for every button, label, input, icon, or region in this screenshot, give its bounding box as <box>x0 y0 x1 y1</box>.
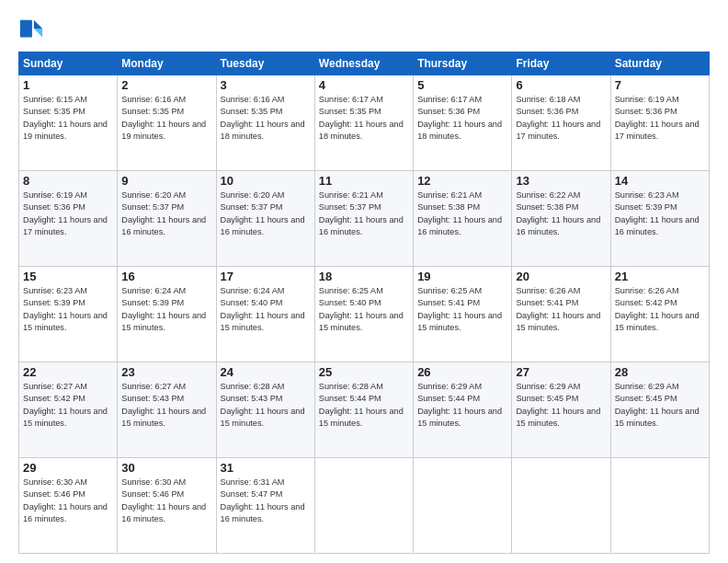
calendar-cell: 30Sunrise: 6:30 AMSunset: 5:46 PMDayligh… <box>118 458 216 554</box>
weekday-header: Monday <box>118 52 216 75</box>
calendar-cell: 1Sunrise: 6:15 AMSunset: 5:35 PMDaylight… <box>19 75 118 171</box>
logo <box>18 17 46 42</box>
calendar-header-row: SundayMondayTuesdayWednesdayThursdayFrid… <box>19 52 710 75</box>
calendar-cell: 28Sunrise: 6:29 AMSunset: 5:45 PMDayligh… <box>610 362 709 458</box>
calendar-cell: 19Sunrise: 6:25 AMSunset: 5:41 PMDayligh… <box>414 267 512 362</box>
day-number: 31 <box>221 461 311 475</box>
day-number: 3 <box>221 78 311 92</box>
day-number: 19 <box>417 270 507 283</box>
calendar-cell: 27Sunrise: 6:29 AMSunset: 5:45 PMDayligh… <box>512 362 610 458</box>
day-info: Sunrise: 6:21 AMSunset: 5:38 PMDaylight:… <box>417 190 507 238</box>
day-info: Sunrise: 6:20 AMSunset: 5:37 PMDaylight:… <box>221 190 311 238</box>
svg-marker-0 <box>34 20 42 29</box>
day-number: 14 <box>615 174 705 188</box>
day-number: 9 <box>121 174 211 188</box>
calendar-week-row: 1Sunrise: 6:15 AMSunset: 5:35 PMDaylight… <box>19 75 710 171</box>
day-number: 17 <box>221 270 311 283</box>
day-info: Sunrise: 6:26 AMSunset: 5:42 PMDaylight:… <box>615 285 705 334</box>
day-number: 11 <box>319 174 409 188</box>
calendar-cell: 11Sunrise: 6:21 AMSunset: 5:37 PMDayligh… <box>314 171 413 267</box>
calendar-cell: 3Sunrise: 6:16 AMSunset: 5:35 PMDaylight… <box>216 75 314 171</box>
calendar-body: 1Sunrise: 6:15 AMSunset: 5:35 PMDaylight… <box>19 75 710 554</box>
calendar-cell: 10Sunrise: 6:20 AMSunset: 5:37 PMDayligh… <box>216 171 314 267</box>
calendar-cell: 26Sunrise: 6:29 AMSunset: 5:44 PMDayligh… <box>414 362 512 458</box>
day-number: 1 <box>23 78 113 92</box>
day-number: 30 <box>121 461 211 475</box>
day-number: 2 <box>121 78 211 92</box>
day-info: Sunrise: 6:29 AMSunset: 5:45 PMDaylight:… <box>516 381 606 430</box>
day-info: Sunrise: 6:27 AMSunset: 5:43 PMDaylight:… <box>121 381 211 430</box>
day-info: Sunrise: 6:15 AMSunset: 5:35 PMDaylight:… <box>23 94 113 143</box>
day-number: 27 <box>516 365 606 379</box>
day-info: Sunrise: 6:27 AMSunset: 5:42 PMDaylight:… <box>23 381 113 430</box>
day-info: Sunrise: 6:28 AMSunset: 5:44 PMDaylight:… <box>319 381 409 430</box>
calendar-cell: 2Sunrise: 6:16 AMSunset: 5:35 PMDaylight… <box>118 75 216 171</box>
calendar-cell: 14Sunrise: 6:23 AMSunset: 5:39 PMDayligh… <box>610 171 709 267</box>
day-number: 4 <box>319 78 409 92</box>
logo-icon <box>18 17 44 42</box>
page: SundayMondayTuesdayWednesdayThursdayFrid… <box>0 0 728 563</box>
day-info: Sunrise: 6:19 AMSunset: 5:36 PMDaylight:… <box>615 94 705 143</box>
day-info: Sunrise: 6:23 AMSunset: 5:39 PMDaylight:… <box>23 285 113 334</box>
calendar-cell: 8Sunrise: 6:19 AMSunset: 5:36 PMDaylight… <box>19 171 118 267</box>
day-number: 15 <box>23 270 113 283</box>
day-info: Sunrise: 6:23 AMSunset: 5:39 PMDaylight:… <box>615 190 705 238</box>
calendar-week-row: 22Sunrise: 6:27 AMSunset: 5:42 PMDayligh… <box>19 362 710 458</box>
calendar-cell: 4Sunrise: 6:17 AMSunset: 5:35 PMDaylight… <box>314 75 413 171</box>
day-number: 8 <box>23 174 113 188</box>
weekday-header: Tuesday <box>216 52 314 75</box>
day-number: 26 <box>417 365 507 379</box>
calendar-week-row: 8Sunrise: 6:19 AMSunset: 5:36 PMDaylight… <box>19 171 710 267</box>
calendar-cell: 18Sunrise: 6:25 AMSunset: 5:40 PMDayligh… <box>314 267 413 362</box>
day-number: 28 <box>615 365 705 379</box>
calendar-cell: 16Sunrise: 6:24 AMSunset: 5:39 PMDayligh… <box>118 267 216 362</box>
calendar-cell: 5Sunrise: 6:17 AMSunset: 5:36 PMDaylight… <box>414 75 512 171</box>
weekday-header: Sunday <box>19 52 118 75</box>
day-info: Sunrise: 6:30 AMSunset: 5:46 PMDaylight:… <box>23 477 113 525</box>
calendar-cell: 7Sunrise: 6:19 AMSunset: 5:36 PMDaylight… <box>610 75 709 171</box>
calendar-cell <box>414 458 512 554</box>
weekday-header: Wednesday <box>314 52 413 75</box>
day-info: Sunrise: 6:29 AMSunset: 5:44 PMDaylight:… <box>417 381 507 430</box>
weekday-header: Friday <box>512 52 610 75</box>
weekday-header: Saturday <box>610 52 709 75</box>
calendar-cell: 25Sunrise: 6:28 AMSunset: 5:44 PMDayligh… <box>314 362 413 458</box>
calendar-cell: 23Sunrise: 6:27 AMSunset: 5:43 PMDayligh… <box>118 362 216 458</box>
day-number: 22 <box>23 365 113 379</box>
day-number: 23 <box>121 365 211 379</box>
calendar-cell: 29Sunrise: 6:30 AMSunset: 5:46 PMDayligh… <box>19 458 118 554</box>
day-info: Sunrise: 6:16 AMSunset: 5:35 PMDaylight:… <box>221 94 311 143</box>
day-info: Sunrise: 6:29 AMSunset: 5:45 PMDaylight:… <box>615 381 705 430</box>
day-info: Sunrise: 6:17 AMSunset: 5:35 PMDaylight:… <box>319 94 409 143</box>
day-info: Sunrise: 6:21 AMSunset: 5:37 PMDaylight:… <box>319 190 409 238</box>
day-info: Sunrise: 6:30 AMSunset: 5:46 PMDaylight:… <box>121 477 211 525</box>
day-number: 7 <box>615 78 705 92</box>
calendar-cell: 12Sunrise: 6:21 AMSunset: 5:38 PMDayligh… <box>414 171 512 267</box>
calendar-cell <box>610 458 709 554</box>
calendar: SundayMondayTuesdayWednesdayThursdayFrid… <box>18 52 710 554</box>
day-number: 25 <box>319 365 409 379</box>
calendar-cell: 17Sunrise: 6:24 AMSunset: 5:40 PMDayligh… <box>216 267 314 362</box>
day-info: Sunrise: 6:20 AMSunset: 5:37 PMDaylight:… <box>121 190 211 238</box>
day-number: 5 <box>417 78 507 92</box>
day-number: 13 <box>516 174 606 188</box>
calendar-cell: 6Sunrise: 6:18 AMSunset: 5:36 PMDaylight… <box>512 75 610 171</box>
day-number: 20 <box>516 270 606 283</box>
day-info: Sunrise: 6:25 AMSunset: 5:40 PMDaylight:… <box>319 285 409 334</box>
day-number: 10 <box>221 174 311 188</box>
calendar-week-row: 15Sunrise: 6:23 AMSunset: 5:39 PMDayligh… <box>19 267 710 362</box>
day-number: 21 <box>615 270 705 283</box>
weekday-header: Thursday <box>414 52 512 75</box>
day-info: Sunrise: 6:25 AMSunset: 5:41 PMDaylight:… <box>417 285 507 334</box>
day-info: Sunrise: 6:16 AMSunset: 5:35 PMDaylight:… <box>121 94 211 143</box>
day-number: 18 <box>319 270 409 283</box>
calendar-cell: 9Sunrise: 6:20 AMSunset: 5:37 PMDaylight… <box>118 171 216 267</box>
day-number: 12 <box>417 174 507 188</box>
day-number: 16 <box>121 270 211 283</box>
day-number: 24 <box>221 365 311 379</box>
calendar-cell <box>314 458 413 554</box>
calendar-week-row: 29Sunrise: 6:30 AMSunset: 5:46 PMDayligh… <box>19 458 710 554</box>
day-info: Sunrise: 6:17 AMSunset: 5:36 PMDaylight:… <box>417 94 507 143</box>
calendar-cell: 15Sunrise: 6:23 AMSunset: 5:39 PMDayligh… <box>19 267 118 362</box>
day-info: Sunrise: 6:31 AMSunset: 5:47 PMDaylight:… <box>221 477 311 525</box>
